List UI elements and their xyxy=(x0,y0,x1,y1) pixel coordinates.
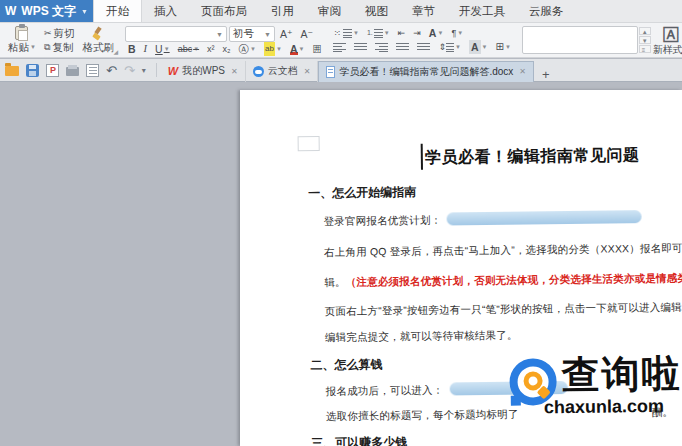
tab-references[interactable]: 引用 xyxy=(259,0,306,22)
ribbon-toolbar: 粘贴▼ ✂剪切 ⧉复制 格式刷 ◢ ▼ 初号▼ A⁺ A⁻ B I xyxy=(0,23,682,58)
italic-button[interactable]: I xyxy=(141,42,151,56)
document-page[interactable]: 学员必看！编辑指南常见问题 一、怎么开始编指南 登录官网报名优赏计划： 右上角用… xyxy=(240,90,682,446)
doc-heading-3-partial[interactable]: 三、可以赚多少钱 xyxy=(311,434,407,446)
align-right-icon xyxy=(375,43,388,52)
styles-up-button[interactable]: ▲ xyxy=(639,27,651,35)
increase-indent-button[interactable]: ⇥ xyxy=(410,26,424,40)
font-size-select[interactable]: 初号▼ xyxy=(229,26,275,42)
shrink-font-button[interactable]: A⁻ xyxy=(298,27,317,41)
paragraph-choose[interactable]: 选取你擅长的标题写，每个标题均标明了 xyxy=(326,408,519,424)
tab-cloud-docs[interactable]: 云文档 ✕ xyxy=(246,61,319,82)
outdent-icon: ⇤ xyxy=(398,26,406,40)
paragraph-enter[interactable]: 报名成功后，可以进入： xyxy=(326,384,444,399)
tab-home[interactable]: 开始 xyxy=(93,0,142,22)
phonetic-icon: Ⓐ xyxy=(239,42,250,56)
char-border-button[interactable]: 囲 xyxy=(309,42,324,56)
borders-button[interactable]: ⊞▼ xyxy=(493,40,514,54)
tab-developer[interactable]: 开发工具 xyxy=(447,0,517,22)
underline-button[interactable]: U▼ xyxy=(152,42,173,56)
chevron-down-icon: ▼ xyxy=(81,8,88,15)
cut-button[interactable]: ✂剪切 xyxy=(41,26,78,40)
paragraph-group: ⁙▼ 1.▼ ⇤ ⇥ A▼ ¶▼ ⇕▼ A▼ ⊞▼ xyxy=(330,25,513,55)
customize-quick-access-icon[interactable]: ▾ xyxy=(142,66,146,75)
scissors-icon: ✂ xyxy=(44,26,52,40)
new-style-button[interactable]: 🄰 新样式▼ xyxy=(653,25,682,55)
paragraph-login[interactable]: 登录官网报名优赏计划： xyxy=(324,214,442,229)
open-file-icon[interactable] xyxy=(5,66,19,76)
dialog-launcher-icon[interactable]: ◢ xyxy=(113,48,118,55)
styles-gallery-box[interactable] xyxy=(522,26,638,54)
paste-label: 粘贴 xyxy=(8,40,29,54)
print-preview-icon[interactable] xyxy=(86,64,99,77)
redo-icon[interactable]: ↷ xyxy=(124,64,135,77)
align-left-button[interactable] xyxy=(330,40,349,54)
undo-icon[interactable]: ↶ xyxy=(106,64,117,77)
tab-cloud[interactable]: 云服务 xyxy=(517,0,576,22)
tab-current-document[interactable]: 学员必看！编辑指南常见问题解答.docx ✕ xyxy=(318,61,534,82)
close-icon[interactable]: ✕ xyxy=(231,67,238,76)
styles-gallery: ▲ ▼ ≡ xyxy=(522,26,651,54)
grow-font-button[interactable]: A⁺ xyxy=(277,27,296,41)
styles-more-button[interactable]: ≡ xyxy=(639,45,651,53)
cut-label: 剪切 xyxy=(54,26,75,40)
new-tab-button[interactable]: + xyxy=(534,67,558,82)
font-color-icon: A xyxy=(290,44,298,55)
print-icon[interactable] xyxy=(66,67,79,76)
doc-heading-1[interactable]: 一、怎么开始编指南 xyxy=(308,184,416,202)
doc-heading-2[interactable]: 二、怎么算钱 xyxy=(310,356,382,374)
close-icon[interactable]: ✕ xyxy=(519,67,526,76)
numbering-button[interactable]: 1.▼ xyxy=(364,26,393,40)
paste-button[interactable]: 粘贴▼ xyxy=(3,25,41,55)
margin-corner-mark xyxy=(298,136,320,151)
font-family-select[interactable]: ▼ xyxy=(125,26,227,42)
tab-view[interactable]: 视图 xyxy=(353,0,400,22)
styles-down-button[interactable]: ▼ xyxy=(639,36,651,44)
note-red-text: （注意必须报名优赏计划，否则无法体现，分类选择生活类亦或是情感类） xyxy=(346,271,682,287)
tab-my-wps[interactable]: W 我的WPS ✕ xyxy=(161,61,246,82)
wps-app-menu-button[interactable]: W WPS 文字 ▼ xyxy=(0,0,93,22)
export-pdf-icon[interactable] xyxy=(46,64,59,77)
bullets-button[interactable]: ⁙▼ xyxy=(330,26,362,40)
new-style-label: 新样式 xyxy=(653,44,682,55)
format-painter-label: 格式刷 xyxy=(80,40,118,54)
subscript-button[interactable]: x₂ xyxy=(220,42,234,56)
document-title[interactable]: 学员必看！编辑指南常见问题 xyxy=(425,145,640,169)
save-icon[interactable] xyxy=(26,64,39,77)
close-icon[interactable]: ✕ xyxy=(304,67,311,76)
tab-label: 我的WPS xyxy=(182,64,225,78)
document-tabs: W 我的WPS ✕ 云文档 ✕ 学员必看！编辑指南常见问题解答.docx ✕ + xyxy=(161,59,558,82)
strikethrough-button[interactable]: abc▼ xyxy=(175,42,202,56)
bullets-icon: ⁙ xyxy=(333,26,342,40)
align-right-button[interactable] xyxy=(372,40,391,54)
tab-insert[interactable]: 插入 xyxy=(142,0,189,22)
font-color-button[interactable]: A▼ xyxy=(287,42,308,56)
phonetic-guide-button[interactable]: Ⓐ▼ xyxy=(236,42,259,56)
line-spacing-button[interactable]: ⇕▼ xyxy=(435,40,464,54)
editing-workspace: 学员必看！编辑指南常见问题 一、怎么开始编指南 登录官网报名优赏计划： 右上角用… xyxy=(0,83,682,446)
paragraph-submit[interactable]: 编辑完点提交，就可以等待审核结果了。 xyxy=(325,329,518,345)
tab-page-layout[interactable]: 页面布局 xyxy=(189,0,259,22)
decrease-indent-button[interactable]: ⇤ xyxy=(395,26,409,40)
tab-section[interactable]: 章节 xyxy=(400,0,447,22)
paragraph-qq-login[interactable]: 右上角用 QQ 登录后，再点击“马上加入”，选择我的分类（XXXX）报名即可开始… xyxy=(324,241,682,260)
font-size-value: 初号 xyxy=(233,27,254,41)
shading-button[interactable]: A▼ xyxy=(466,40,491,54)
align-center-button[interactable] xyxy=(351,40,370,54)
justify-icon xyxy=(396,43,409,52)
strikethrough-label: abc xyxy=(178,42,193,56)
line-spacing-icon: ⇕ xyxy=(438,40,446,54)
highlight-button[interactable]: ab▼ xyxy=(261,42,285,56)
paragraph-note[interactable]: 辑。（注意必须报名优赏计划，否则无法体现，分类选择生活类亦或是情感类） xyxy=(324,271,682,290)
watermark-domain: chaxunla.com xyxy=(544,396,664,418)
show-marks-button[interactable]: ¶▼ xyxy=(448,26,466,40)
shading-icon: A xyxy=(469,40,481,54)
tab-review[interactable]: 审阅 xyxy=(306,0,353,22)
text-effects-button[interactable]: A▼ xyxy=(426,26,447,40)
distribute-button[interactable] xyxy=(414,40,433,54)
copy-button[interactable]: ⧉复制 xyxy=(41,40,78,54)
cloud-icon xyxy=(253,66,264,77)
paragraph-pen-button[interactable]: 页面右上方“登录”按钮旁边有一只“笔”形状的按钮，点击一下就可以进入编辑器 xyxy=(325,300,682,318)
justify-button[interactable] xyxy=(393,40,412,54)
bold-button[interactable]: B xyxy=(125,42,139,56)
superscript-button[interactable]: x² xyxy=(204,42,218,56)
